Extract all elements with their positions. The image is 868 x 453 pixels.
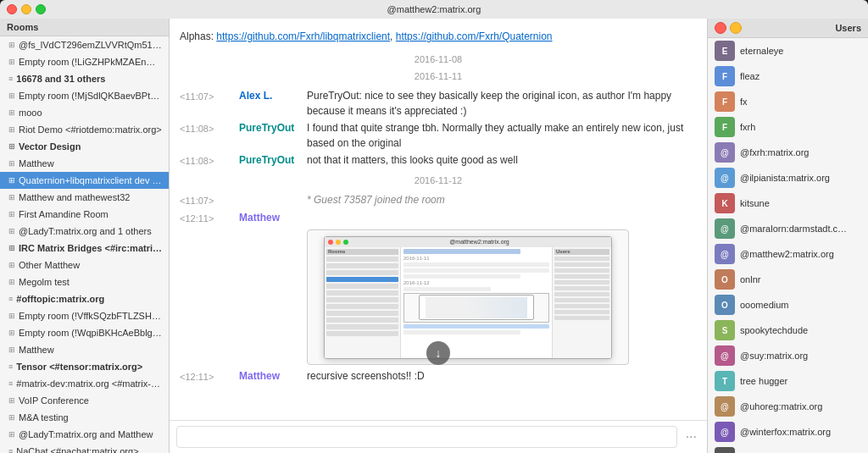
- room-icon: ⊞: [8, 309, 15, 323]
- message-row: <11:07> * Guest 73587 joined the room: [180, 192, 697, 208]
- message-row: <12:11> Matthew: [180, 210, 697, 226]
- sidebar-item-empty2[interactable]: ⊞Empty room (!MjSdlQKBaevBPtUNeT:: [0, 87, 169, 104]
- sidebar-item-riot_demo[interactable]: ⊞Riot Demo <#riotdemo:matrix.org>: [0, 121, 169, 138]
- sidebar-item-quaternion[interactable]: ⊞Quaternion+libqmatrixclient dev <#qu: [0, 172, 169, 189]
- mini-titlebar: @matthew2:matrix.org: [325, 237, 611, 247]
- room-icon: ⊞: [8, 224, 15, 238]
- message-input[interactable]: [176, 426, 677, 448]
- avatar: E: [715, 41, 735, 61]
- room-icon: ⊞: [8, 140, 15, 153]
- room-label: @LadyT:matrix.org and 1 others: [19, 224, 152, 238]
- msg-time: <11:07>: [180, 192, 239, 208]
- date-divider-nov12: 2016-11-12: [180, 175, 697, 185]
- user-item-matthew2_matrix[interactable]: @@matthew2:matrix.org···: [708, 241, 868, 267]
- user-item-eternaleye[interactable]: Eeternaleye···: [708, 38, 868, 64]
- room-icon: ⊞: [8, 106, 15, 119]
- rooms-header: Rooms: [0, 19, 169, 36]
- user-item-tree_hugger[interactable]: Ttree hugger···: [708, 368, 868, 394]
- msg-time: <11:07>: [180, 88, 239, 119]
- msg-content: PureTryOut: nice to see they basically k…: [307, 88, 697, 119]
- user-name: @winterfox:matrix.org: [740, 427, 849, 437]
- avatar: @: [715, 244, 735, 264]
- user-item-spookytechdude[interactable]: Sspookytechdude···: [708, 318, 868, 343]
- maximize-button[interactable]: [36, 4, 46, 14]
- sidebar-item-voip[interactable]: ⊞VoIP Conference: [0, 392, 169, 409]
- user-name: @matthew2:matrix.org: [740, 249, 849, 259]
- window-title: @matthew2:matrix.org: [387, 4, 481, 14]
- user-name: @suy:matrix.org: [740, 351, 849, 361]
- chat-input-area: ···: [170, 420, 707, 453]
- message-row: <11:08> PureTryOut I found that quite st…: [180, 120, 697, 151]
- user-item-ilpianista[interactable]: @@ilpianista:matrix.org···: [708, 165, 868, 191]
- date-divider-nov8: 2016-11-08: [180, 54, 697, 64]
- link-quaternion[interactable]: https://github.com/Fxrh/Quaternion: [396, 30, 553, 42]
- users-sidebar: Users Eeternaleye···Ffleaz···Ffx···Ffxrh…: [707, 19, 868, 453]
- avatar: F: [715, 117, 735, 137]
- msg-time: <11:08>: [180, 152, 239, 168]
- sidebar-item-irc_bridges[interactable]: ⊞IRC Matrix Bridges <#irc:matrix.org: [0, 240, 169, 257]
- user-item-fx[interactable]: Ffx···: [708, 89, 868, 114]
- sidebar-item-matthew_test[interactable]: ⊞Matthew and mathewest32: [0, 189, 169, 206]
- sidebar-item-empty1[interactable]: ⊞Empty room (!LiGZHPkMZAEnWelqhy: [0, 53, 169, 70]
- sidebar-item-nachat[interactable]: ≡NaChat <#nachat:matrix.org>: [0, 443, 169, 453]
- room-label: VoIP Conference: [19, 394, 89, 407]
- user-item-fleaz[interactable]: Ffleaz···: [708, 64, 868, 89]
- sidebar-item-ladyt2[interactable]: ⊞@LadyT:matrix.org and Matthew: [0, 426, 169, 443]
- avatar: @: [715, 345, 735, 366]
- sidebar-item-matthew2[interactable]: ⊞Matthew: [0, 341, 169, 358]
- close-button[interactable]: [7, 4, 17, 14]
- sidebar-item-other_matthew[interactable]: ⊞Other Matthew: [0, 257, 169, 273]
- sidebar-item-tensor[interactable]: ≡Tensor <#tensor:matrix.org>: [0, 358, 169, 375]
- chat-messages: Alphas: https://github.com/Fxrh/libqmatr…: [170, 19, 707, 420]
- mini-chat: 2016-11-11 2016-11-12: [401, 247, 552, 358]
- close-button[interactable]: [715, 22, 726, 34]
- mini-sidebar: Rooms: [325, 247, 401, 358]
- sidebar-item-mooo[interactable]: ⊞mooo: [0, 104, 169, 121]
- msg-sender: Matthew: [239, 210, 307, 226]
- sidebar-item-fs_room[interactable]: ⊞@fs_lVdCT296emZLVVRtQm51SWRG: [0, 36, 169, 53]
- user-name: @uhoreg:matrix.org: [740, 401, 849, 412]
- sidebar-item-ma_testing[interactable]: ⊞M&A testing: [0, 409, 169, 426]
- users-header: Users: [708, 19, 868, 38]
- sidebar-item-megolm[interactable]: ⊞Megolm test: [0, 273, 169, 290]
- link-libqmatrix[interactable]: https://github.com/Fxrh/libqmatrixclient: [216, 30, 390, 42]
- sidebar-item-matthew[interactable]: ⊞Matthew: [0, 155, 169, 172]
- sidebar-item-empty4[interactable]: ⊞Empty room (!WqpiBKHcAeBblgloEz:m: [0, 324, 169, 341]
- user-item-fxrh_matrix[interactable]: @@fxrh:matrix.org···: [708, 140, 868, 165]
- sidebar-item-16678[interactable]: ≡16678 and 31 others: [0, 70, 169, 87]
- user-name: @maralorn:darmstadt.ccc.de: [740, 224, 849, 234]
- mini-min: [336, 240, 341, 245]
- user-item-suy[interactable]: @@suy:matrix.org···: [708, 343, 868, 368]
- sidebar-item-vector_design[interactable]: ⊞Vector Design: [0, 138, 169, 155]
- avatar: @: [715, 218, 735, 239]
- minimize-button[interactable]: [730, 22, 742, 34]
- user-name: onlnr: [740, 274, 849, 285]
- sidebar-item-ladyt[interactable]: ⊞@LadyT:matrix.org and 1 others: [0, 223, 169, 240]
- room-label: 16678 and 31 others: [16, 72, 105, 86]
- room-icon: ⊞: [8, 89, 15, 102]
- sidebar-item-matrix_dev[interactable]: ≡#matrix-dev:matrix.org <#matrix-dev:: [0, 375, 169, 392]
- msg-sender: PureTryOut: [239, 152, 307, 168]
- user-item-fxrh[interactable]: Ffxrh···: [708, 114, 868, 140]
- user-item-winterfox[interactable]: @@winterfox:matrix.org···: [708, 419, 868, 445]
- minimize-button[interactable]: [21, 4, 31, 14]
- room-icon: ⊞: [8, 411, 15, 424]
- user-item-ooomedium[interactable]: Oooomedium···: [708, 292, 868, 318]
- user-item-mu[interactable]: Μμ···: [708, 445, 868, 453]
- room-icon: ≡: [8, 377, 13, 390]
- user-item-kitsune[interactable]: Kkitsune···: [708, 191, 868, 216]
- avatar: @: [715, 142, 735, 163]
- more-options-button[interactable]: ···: [682, 428, 700, 446]
- user-item-onlnr[interactable]: Oonlnr···: [708, 267, 868, 292]
- sidebar-item-first_amandine[interactable]: ⊞First Amandine Room: [0, 206, 169, 223]
- sidebar-item-empty3[interactable]: ⊞Empty room (!VffkSQzbFTLZSHvSdp:: [0, 307, 169, 324]
- screenshot-preview: @matthew2:matrix.org Rooms: [307, 229, 629, 365]
- sidebar-item-offtopic[interactable]: ≡#offtopic:matrix.org: [0, 290, 169, 307]
- room-icon: ⊞: [8, 326, 15, 340]
- user-item-uhoreg[interactable]: @@uhoreg:matrix.org···: [708, 394, 868, 419]
- message-row: <12:11> Matthew recursive screenshots!! …: [180, 368, 697, 384]
- user-name: tree hugger: [740, 376, 849, 386]
- user-item-maralorn[interactable]: @@maralorn:darmstadt.ccc.de···: [708, 216, 868, 241]
- users-header-label: Users: [835, 23, 861, 33]
- scroll-to-bottom-button[interactable]: ↓: [426, 341, 450, 365]
